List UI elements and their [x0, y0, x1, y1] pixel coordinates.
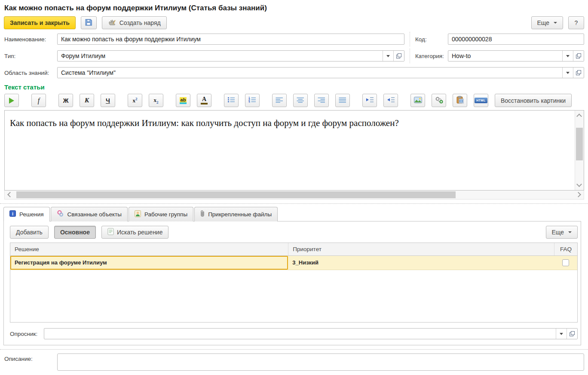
superscript-button[interactable]: x2	[128, 94, 142, 107]
faq-checkbox[interactable]	[562, 259, 569, 266]
name-field[interactable]	[57, 34, 404, 45]
article-editor-wrap: Как попасть на форум поддержки Итилиум: …	[4, 110, 584, 200]
category-open-button[interactable]	[573, 51, 584, 61]
underline-button[interactable]: Ч	[101, 94, 115, 107]
knowledge-area-input[interactable]	[58, 68, 562, 78]
subscript-button[interactable]: x2	[149, 94, 163, 107]
highlight-color-button[interactable]: ab	[176, 94, 190, 107]
bullet-list-button[interactable]	[224, 94, 239, 107]
main-toggle-button[interactable]: Основное	[54, 226, 96, 239]
knowledge-area-open-button[interactable]	[573, 68, 584, 78]
font-color-button[interactable]: A	[197, 94, 211, 107]
questionnaire-dropdown-button[interactable]	[556, 329, 567, 339]
chevron-down-icon	[554, 22, 557, 24]
category-combo[interactable]	[448, 50, 584, 61]
scroll-down-icon[interactable]	[576, 181, 582, 187]
knowledge-area-combo[interactable]	[57, 67, 584, 78]
cell-faq[interactable]	[554, 256, 577, 270]
knowledge-area-dropdown-button[interactable]	[562, 68, 573, 78]
editor-horizontal-scrollbar[interactable]	[4, 191, 584, 200]
tab-attached-files[interactable]: Прикрепленные файлы	[194, 207, 278, 221]
category-dropdown-button[interactable]	[562, 51, 573, 61]
save-button[interactable]	[81, 16, 97, 29]
code-input[interactable]	[448, 34, 584, 44]
chevron-down-icon	[566, 72, 570, 74]
indent-increase-icon	[366, 97, 374, 104]
editor-toolbar: f Ж К Ч x2 x2 ab A 123 HTML Восстановить…	[0, 94, 588, 110]
type-dropdown-button[interactable]	[383, 51, 393, 61]
tab-work-groups[interactable]: Рабочие группы	[129, 207, 193, 221]
description-row: Описание:	[0, 350, 588, 371]
bold-button[interactable]: Ж	[58, 94, 73, 107]
create-order-button[interactable]: Создать наряд	[102, 16, 167, 29]
insert-link-button[interactable]	[432, 94, 446, 107]
tab-linked-objects[interactable]: Связанные объекты	[51, 207, 128, 221]
insert-image-icon	[414, 97, 422, 105]
save-and-close-button[interactable]: Записать и закрыть	[4, 16, 76, 29]
scroll-left-icon[interactable]	[7, 192, 13, 197]
paste-button[interactable]	[453, 94, 467, 107]
superscript-icon: x2	[133, 97, 138, 104]
cell-solution[interactable]: Регистрация на форуме Итилиум	[10, 256, 288, 270]
category-input[interactable]	[448, 51, 562, 61]
preview-button[interactable]	[4, 94, 19, 107]
table-header: Решение Приоритет FAQ	[10, 243, 577, 256]
article-text[interactable]: Как попасть на форум поддержки Итилиум: …	[5, 111, 584, 129]
italic-icon: К	[85, 97, 89, 104]
description-textarea[interactable]	[57, 353, 584, 371]
table-row[interactable]: Регистрация на форуме Итилиум 3_Низкий	[10, 256, 577, 270]
vertical-scrollbar-thumb[interactable]	[576, 128, 583, 160]
scroll-right-icon[interactable]	[576, 192, 581, 197]
search-solution-button[interactable]: Искать решение	[101, 226, 169, 239]
tab-solutions[interactable]: i Решения	[3, 207, 50, 221]
article-editor[interactable]: Как попасть на форум поддержки Итилиум: …	[4, 110, 584, 191]
questionnaire-row: Опросник:	[10, 328, 578, 339]
add-label: Добавить	[16, 229, 43, 236]
tab-work-groups-label: Рабочие группы	[144, 211, 187, 218]
align-center-button[interactable]	[293, 94, 308, 107]
html-source-button[interactable]: HTML	[474, 94, 488, 107]
type-label: Тип:	[4, 53, 57, 59]
indent-decrease-button[interactable]	[383, 94, 398, 107]
questionnaire-open-button[interactable]	[567, 329, 577, 339]
name-label: Наименование:	[4, 36, 57, 43]
insert-image-button[interactable]	[410, 94, 425, 107]
align-left-button[interactable]	[272, 94, 287, 107]
open-value-icon	[570, 331, 575, 336]
name-input[interactable]	[58, 34, 404, 44]
indent-increase-button[interactable]	[362, 94, 377, 107]
bullet-list-icon	[227, 97, 235, 104]
scroll-up-icon[interactable]	[576, 114, 582, 119]
code-field[interactable]	[448, 34, 584, 45]
row-name-code: Наименование: Код:	[4, 34, 584, 45]
column-header-solution[interactable]: Решение	[10, 243, 288, 255]
restore-images-button[interactable]: Восстановить картинки	[495, 94, 572, 107]
tab-bar: i Решения Связанные объекты Рабочие груп…	[0, 207, 588, 221]
type-open-button[interactable]	[393, 51, 404, 61]
column-header-priority[interactable]: Приоритет	[288, 243, 554, 255]
questionnaire-combo[interactable]	[44, 328, 578, 339]
add-button[interactable]: Добавить	[10, 226, 49, 239]
type-input[interactable]	[58, 51, 383, 61]
chevron-down-icon	[566, 55, 570, 57]
page-title: Как можно попасть на форум поддержки Ити…	[0, 0, 588, 15]
category-label: Категория:	[410, 53, 448, 59]
article-section-title: Текст статьи	[0, 82, 588, 94]
cell-priority[interactable]: 3_Низкий	[288, 256, 554, 270]
questionnaire-input[interactable]	[44, 329, 556, 339]
numbered-list-button[interactable]: 123	[245, 94, 260, 107]
create-order-label: Создать наряд	[119, 19, 161, 26]
italic-button[interactable]: К	[80, 94, 94, 107]
editor-vertical-scrollbar[interactable]	[575, 111, 584, 190]
help-button[interactable]: ?	[568, 16, 584, 29]
more-button[interactable]: Еще	[531, 16, 564, 29]
horizontal-scrollbar-thumb[interactable]	[16, 191, 456, 198]
type-combo[interactable]	[57, 50, 404, 61]
column-header-faq[interactable]: FAQ	[554, 243, 577, 255]
formula-button[interactable]: f	[31, 94, 46, 107]
solutions-more-button[interactable]: Еще	[546, 226, 578, 239]
align-justify-button[interactable]	[335, 94, 350, 107]
help-label: ?	[575, 19, 578, 26]
align-left-icon	[276, 97, 283, 104]
align-right-button[interactable]	[314, 94, 329, 107]
